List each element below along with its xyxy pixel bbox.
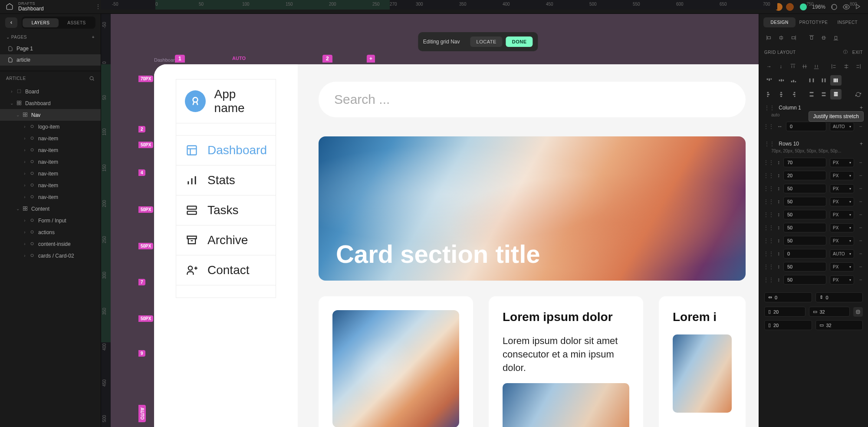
grid-row-badge[interactable]: 50PX	[138, 206, 153, 213]
chevron-icon[interactable]: ›	[10, 89, 14, 94]
drag-handle-icon[interactable]: ⋮⋮	[763, 264, 774, 270]
layer-row[interactable]: ›nav-item	[0, 132, 101, 144]
remove-row-icon[interactable]: −	[858, 212, 864, 218]
dir-right-icon[interactable]: →	[763, 61, 774, 72]
remove-row-icon[interactable]: −	[858, 238, 864, 244]
layer-row[interactable]: ›nav-item	[0, 168, 101, 179]
remove-row-icon[interactable]: −	[858, 159, 864, 166]
search-layers-icon[interactable]	[89, 76, 95, 81]
nav-item-archive[interactable]: Archive	[176, 225, 276, 255]
row-height-input[interactable]: 50	[783, 197, 826, 206]
row-unit-select[interactable]: PX▾	[830, 262, 854, 271]
file-name[interactable]: Dashboard	[18, 6, 44, 12]
layer-row[interactable]: ›logo-item	[0, 121, 101, 132]
nav-item-tasks[interactable]: Tasks	[176, 195, 276, 225]
row-height-input[interactable]: 50	[783, 184, 826, 193]
layers-tab[interactable]: LAYERS	[23, 18, 59, 27]
padding-h-input[interactable]: ▭32	[809, 307, 850, 317]
grid-row-badge[interactable]: 50PX	[138, 243, 153, 249]
row-gap-input[interactable]: ⇕0	[815, 292, 863, 302]
layer-row[interactable]: ›nav-item	[0, 191, 101, 203]
chevron-icon[interactable]: ›	[23, 148, 27, 152]
layer-row[interactable]: ›actions	[0, 226, 101, 238]
drag-handle-icon[interactable]: ⋮⋮	[763, 277, 774, 283]
nav-item-contact[interactable]: Contact	[176, 255, 276, 285]
align-content-mid-icon[interactable]	[799, 61, 810, 72]
remove-row-icon[interactable]: −	[858, 185, 864, 192]
ji-end-icon[interactable]	[788, 89, 799, 99]
row-height-input[interactable]: 0	[783, 249, 826, 258]
ji-start-icon[interactable]	[763, 89, 775, 99]
page-item[interactable]: article	[0, 54, 101, 66]
chevron-icon[interactable]: ›	[23, 242, 27, 246]
row-height-input[interactable]: 70	[783, 158, 826, 167]
align-vcenter-icon[interactable]	[818, 33, 829, 43]
remove-row-icon[interactable]: −	[858, 199, 864, 205]
ji-sa-icon[interactable]	[818, 89, 829, 99]
pages-label[interactable]: ⌄ PAGES	[6, 35, 27, 40]
chevron-icon[interactable]: ›	[23, 171, 27, 176]
chevron-icon[interactable]: ⌄	[16, 206, 20, 211]
ai-stretch-icon[interactable]	[830, 75, 842, 86]
justify-end-icon[interactable]	[853, 61, 864, 72]
expand-padding-icon[interactable]	[853, 307, 863, 317]
frame-label[interactable]: Dashboard	[154, 57, 178, 63]
remove-row-icon[interactable]: −	[858, 264, 864, 270]
user-avatar-2[interactable]	[785, 2, 795, 12]
ai-sa-icon[interactable]	[818, 75, 829, 86]
back-button[interactable]	[5, 17, 17, 28]
chevron-icon[interactable]: ⌄	[16, 113, 20, 117]
align-top-icon[interactable]	[806, 33, 817, 43]
chevron-icon[interactable]: ›	[23, 230, 27, 235]
row-unit-select[interactable]: PX▾	[830, 171, 854, 180]
row-height-input[interactable]: 50	[783, 236, 826, 245]
search-input[interactable]: Search ...	[319, 82, 746, 117]
remove-row-icon[interactable]: −	[858, 225, 864, 231]
row-unit-select[interactable]: AUTO▾	[830, 249, 854, 258]
refresh-icon[interactable]	[852, 89, 864, 99]
drag-handle-icon[interactable]: ⋮⋮	[763, 225, 774, 231]
locate-button[interactable]: LOCATE	[470, 36, 503, 47]
row-height-input[interactable]: 50	[783, 223, 826, 232]
chevron-icon[interactable]: ›	[23, 159, 27, 164]
drag-handle-icon[interactable]: ⋮⋮	[764, 105, 775, 111]
app-logo-item[interactable]: App name	[176, 79, 276, 123]
align-content-top-icon[interactable]	[787, 61, 798, 72]
row-height-input[interactable]: 50	[783, 210, 826, 219]
design-tab[interactable]: DESIGN	[763, 17, 796, 27]
add-page-icon[interactable]: +	[92, 35, 95, 40]
canvas[interactable]: -50050100150200250300350400450500 Editin…	[101, 14, 759, 427]
file-icon[interactable]	[5, 2, 14, 11]
row-unit-select[interactable]: PX▾	[830, 184, 854, 193]
done-button[interactable]: DONE	[506, 36, 533, 47]
drag-handle-icon[interactable]: ⋮⋮	[763, 199, 774, 205]
column-unit-select[interactable]: AUTO▾	[830, 122, 854, 131]
justify-start-icon[interactable]	[829, 61, 840, 72]
justify-center-icon[interactable]	[841, 61, 852, 72]
add-column-icon[interactable]: +	[860, 105, 863, 111]
content-card[interactable]	[319, 296, 473, 427]
add-row-icon[interactable]: +	[860, 141, 863, 147]
help-icon[interactable]: ⓘ	[843, 49, 848, 55]
prototype-tab[interactable]: PROTOTYPE	[797, 17, 829, 27]
layer-row[interactable]: ›Form / Input	[0, 215, 101, 226]
chevron-icon[interactable]: ›	[23, 136, 27, 141]
layer-row[interactable]: ›nav-item	[0, 156, 101, 168]
row-height-input[interactable]: 50	[783, 275, 826, 285]
remove-row-icon[interactable]: −	[858, 172, 864, 179]
row-unit-select[interactable]: PX▾	[830, 236, 854, 245]
layer-row[interactable]: ›Board	[0, 86, 101, 97]
layer-row[interactable]: ›nav-item	[0, 144, 101, 156]
drag-handle-icon[interactable]: ⋮⋮	[763, 185, 774, 192]
row-height-input[interactable]: 50	[783, 262, 826, 271]
layer-row[interactable]: ›cards / Card-02	[0, 250, 101, 261]
grid-column-badge-2[interactable]: 2	[322, 55, 332, 63]
grid-row-badge[interactable]: 7	[138, 279, 145, 285]
grid-add-column-button[interactable]: +	[367, 55, 375, 63]
ai-start-icon[interactable]	[763, 75, 775, 86]
padding-v-input[interactable]: ▯20	[764, 307, 806, 317]
drag-handle-icon[interactable]: ⋮⋮	[763, 159, 774, 166]
grid-row-badge[interactable]: 2	[138, 126, 145, 132]
row-unit-select[interactable]: PX▾	[830, 158, 854, 167]
content-card[interactable]: Lorem ipsum dolor Lorem ipsum dolor sit …	[489, 296, 643, 427]
